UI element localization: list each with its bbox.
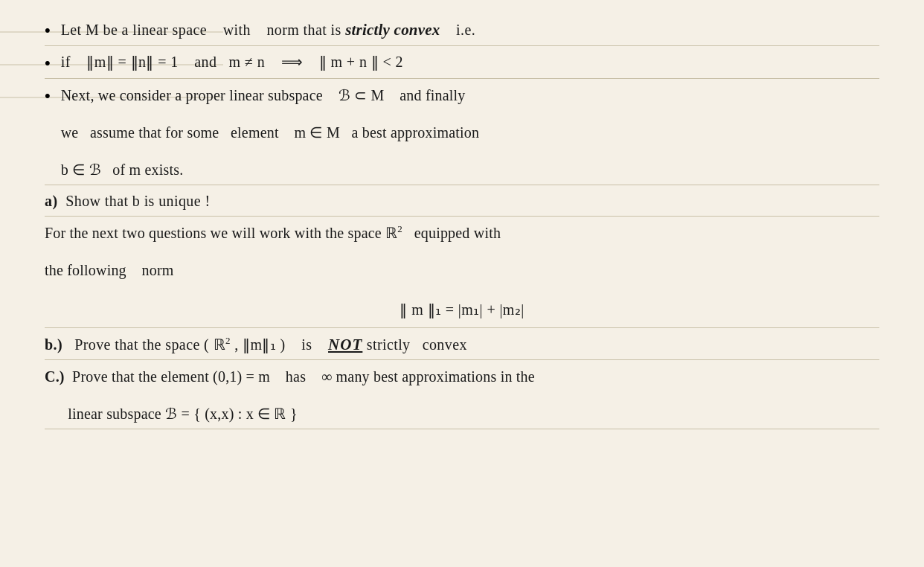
part-b-text: b.) Prove that the space ( ℝ2 , ‖m‖₁ ) i… <box>45 333 467 357</box>
bullet-1-icon: • <box>45 19 51 42</box>
bullet-1-text: Let M be a linear space with norm that i… <box>61 18 475 42</box>
bullet-2-icon: • <box>45 52 51 75</box>
bullet-3-icon: • <box>45 85 51 108</box>
part-a: a) Show that b is unique ! <box>45 185 879 217</box>
part-c: C.) Prove that the element (0,1) = m has… <box>45 360 879 429</box>
bullet-2-text: if ‖m‖ = ‖n‖ = 1 and m ≠ n ⟹ ‖ m + n ‖ <… <box>61 51 403 74</box>
norm-eq-text: ‖ m ‖₁ = |m₁| + |m₂| <box>400 298 524 321</box>
for-line2: the following norm <box>45 258 879 282</box>
not-label: NOT <box>328 336 362 353</box>
bullet-item-2: • if ‖m‖ = ‖n‖ = 1 and m ≠ n ⟹ ‖ m + n ‖… <box>45 46 879 79</box>
bullet-3-line2: we assume that for some element m ∈ M a … <box>61 121 480 144</box>
bullet-3-line3: b ∈ ℬ of m exists. <box>61 158 480 182</box>
strictly-convex-label: strictly convex <box>345 21 440 39</box>
page: • Let M be a linear space with norm that… <box>0 0 924 567</box>
part-a-text: a) Show that b is unique ! <box>45 190 210 213</box>
part-b: b.) Prove that the space ( ℝ2 , ‖m‖₁ ) i… <box>45 328 879 361</box>
main-content: • Let M be a linear space with norm that… <box>45 13 879 429</box>
for-next-two: For the next two questions we will work … <box>45 217 879 328</box>
bullet-item-1: • Let M be a linear space with norm that… <box>45 13 879 46</box>
norm-equation: ‖ m ‖₁ = |m₁| + |m₂| <box>45 295 879 324</box>
for-line1: For the next two questions we will work … <box>45 221 879 245</box>
bullet-item-3: • Next, we consider a proper linear subs… <box>45 79 879 185</box>
bullet-3-line1: Next, we consider a proper linear subspa… <box>61 83 480 107</box>
part-c-line1: C.) Prove that the element (0,1) = m has… <box>45 365 879 388</box>
part-c-line2: linear subspace ℬ = { (x,x) : x ∈ ℝ } <box>45 402 879 426</box>
